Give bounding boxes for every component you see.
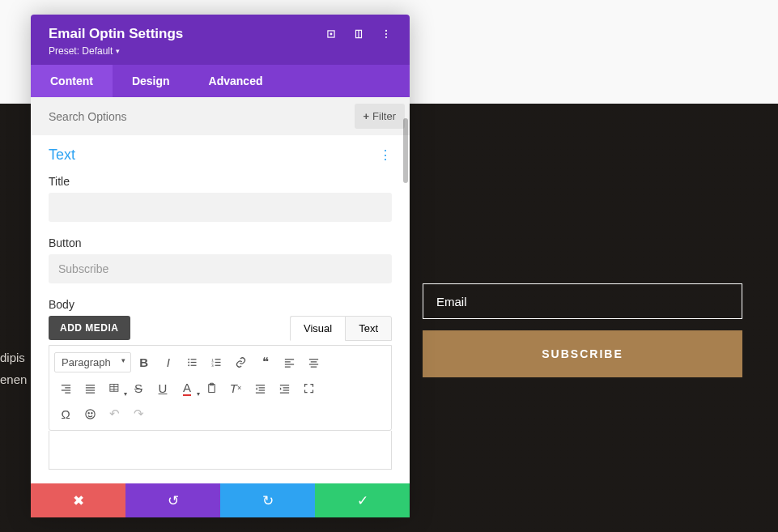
table-icon[interactable]: ▾ (103, 377, 125, 399)
responsive-icon[interactable] (353, 28, 364, 40)
svg-rect-30 (61, 389, 70, 390)
emoji-icon[interactable] (79, 402, 101, 425)
svg-rect-44 (258, 389, 265, 390)
svg-rect-46 (279, 385, 288, 385)
svg-rect-43 (258, 387, 265, 388)
search-row: Filter (31, 97, 410, 135)
filter-button[interactable]: Filter (355, 104, 405, 129)
lorem-fragment: dipis enen (0, 347, 27, 390)
email-placeholder-text: Email (436, 295, 467, 309)
svg-rect-32 (85, 385, 94, 385)
svg-rect-11 (191, 359, 197, 360)
svg-rect-25 (311, 361, 317, 362)
editor-tabs: Visual Text (290, 316, 392, 341)
svg-rect-17 (215, 359, 221, 360)
expand-icon[interactable] (325, 28, 337, 40)
panel-header[interactable]: Email Optin Settings Preset: Default (31, 15, 410, 65)
svg-rect-42 (255, 385, 264, 385)
align-right-icon[interactable] (54, 377, 77, 399)
align-center-icon[interactable] (303, 351, 325, 373)
undo-button[interactable]: ↺ (125, 483, 220, 517)
paste-icon[interactable] (200, 377, 223, 399)
justify-icon[interactable] (79, 377, 101, 399)
svg-point-2 (330, 33, 332, 35)
svg-point-9 (188, 361, 189, 363)
redo-icon[interactable]: ↷ (127, 402, 150, 425)
svg-rect-19 (215, 364, 221, 365)
svg-rect-27 (311, 366, 317, 367)
action-bar: ✖ ↺ ↻ ✓ (31, 483, 410, 517)
close-button[interactable]: ✖ (31, 483, 125, 517)
subscribe-button[interactable]: SUBSCRIBE (423, 330, 742, 377)
svg-rect-33 (85, 387, 94, 388)
section-menu-icon[interactable]: ⋮ (379, 147, 392, 163)
svg-point-5 (385, 30, 387, 32)
svg-rect-48 (283, 389, 289, 390)
scrollbar[interactable] (403, 118, 408, 183)
search-input[interactable] (49, 110, 348, 123)
title-input[interactable] (49, 193, 392, 222)
strikethrough-icon[interactable]: S (127, 377, 150, 399)
svg-rect-24 (309, 359, 318, 360)
textcolor-icon[interactable]: A▾ (176, 377, 198, 399)
title-label: Title (49, 175, 392, 188)
tab-design[interactable]: Design (113, 65, 189, 97)
special-char-icon[interactable]: Ω (54, 402, 77, 425)
svg-rect-28 (61, 385, 70, 385)
fullscreen-icon[interactable] (297, 377, 320, 399)
svg-rect-35 (85, 392, 94, 393)
editor-tab-text[interactable]: Text (345, 316, 392, 341)
outdent-icon[interactable] (249, 377, 271, 399)
link-icon[interactable] (230, 351, 253, 373)
redo-button[interactable]: ↻ (220, 483, 315, 517)
panel-title: Email Optin Settings (49, 26, 183, 42)
italic-icon[interactable]: I (157, 351, 180, 373)
align-left-icon[interactable] (278, 351, 301, 373)
svg-rect-29 (65, 387, 70, 388)
button-input[interactable] (49, 254, 392, 283)
svg-rect-49 (279, 392, 288, 393)
svg-rect-13 (191, 364, 197, 365)
add-media-button[interactable]: ADD MEDIA (49, 316, 130, 340)
svg-point-52 (91, 412, 91, 413)
indent-icon[interactable] (273, 377, 295, 399)
svg-point-8 (188, 358, 189, 360)
svg-text:3: 3 (211, 364, 214, 368)
tab-content[interactable]: Content (31, 65, 113, 97)
svg-rect-21 (285, 361, 291, 362)
format-select[interactable]: Paragraph (54, 352, 131, 372)
svg-rect-47 (283, 387, 289, 388)
editor-toolbar: Paragraph B I 123 ❝ ▾ S U A▾ T× Ω ↶ ↷ (49, 345, 392, 431)
settings-panel: Email Optin Settings Preset: Default Con… (31, 15, 410, 517)
kebab-menu-icon[interactable] (380, 28, 392, 40)
svg-rect-31 (65, 392, 70, 393)
svg-point-51 (88, 412, 89, 413)
section-title[interactable]: Text (49, 147, 75, 164)
bullet-list-icon[interactable] (181, 351, 204, 373)
svg-point-50 (85, 409, 94, 418)
svg-point-6 (385, 33, 387, 35)
panel-body: Text ⋮ Title Button Body ADD MEDIA Visua… (31, 135, 410, 483)
svg-rect-18 (215, 361, 221, 362)
save-button[interactable]: ✓ (315, 483, 410, 517)
svg-rect-23 (285, 366, 291, 367)
svg-rect-20 (285, 359, 294, 360)
preset-dropdown[interactable]: Preset: Default (49, 45, 392, 57)
email-input[interactable]: Email (423, 283, 742, 319)
panel-tabs: Content Design Advanced (31, 65, 410, 97)
numbered-list-icon[interactable]: 123 (206, 351, 228, 373)
svg-rect-12 (191, 361, 197, 362)
body-editor[interactable] (49, 431, 392, 470)
undo-icon[interactable]: ↶ (103, 402, 125, 425)
tab-advanced[interactable]: Advanced (189, 65, 283, 97)
clearformat-icon[interactable]: T× (224, 377, 247, 399)
quote-icon[interactable]: ❝ (254, 351, 277, 373)
underline-icon[interactable]: U (151, 377, 174, 399)
svg-rect-26 (309, 364, 318, 364)
svg-rect-22 (285, 364, 294, 364)
svg-rect-34 (85, 389, 94, 390)
svg-rect-45 (255, 392, 264, 393)
bold-icon[interactable]: B (133, 351, 155, 373)
body-label: Body (49, 298, 392, 311)
editor-tab-visual[interactable]: Visual (290, 316, 345, 341)
